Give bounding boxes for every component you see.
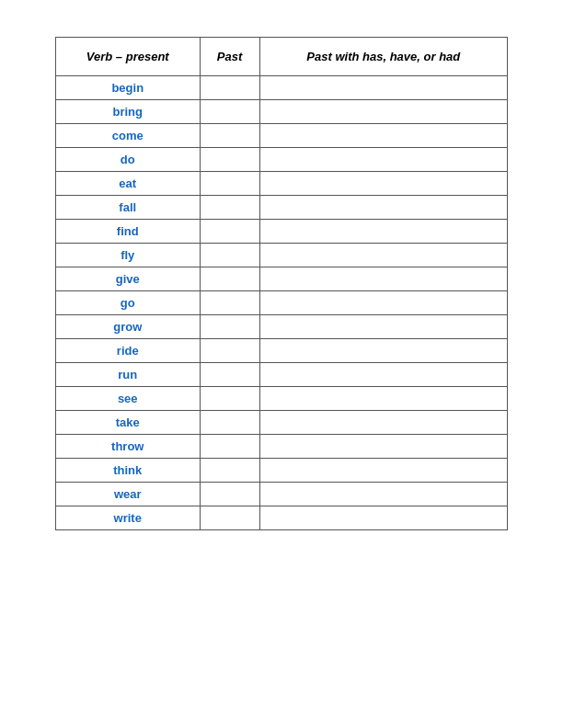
header-row: Verb – present Past Past with has, have,… bbox=[56, 38, 508, 76]
verb-present-cell: begin bbox=[56, 76, 201, 100]
past-with-has-cell[interactable] bbox=[259, 363, 507, 387]
table-row: do bbox=[56, 148, 508, 172]
worksheet-container: Verb – present Past Past with has, have,… bbox=[55, 37, 508, 530]
table-row: wear bbox=[56, 483, 508, 506]
past-tense-cell[interactable] bbox=[200, 244, 259, 267]
table-row: write bbox=[56, 506, 508, 530]
verb-present-cell: ride bbox=[56, 339, 201, 363]
past-tense-cell[interactable] bbox=[200, 315, 259, 339]
past-with-has-cell[interactable] bbox=[259, 411, 507, 435]
past-with-has-cell[interactable] bbox=[259, 483, 507, 506]
past-with-has-cell[interactable] bbox=[259, 148, 507, 172]
table-row: find bbox=[56, 220, 508, 244]
verb-present-cell: fly bbox=[56, 244, 201, 267]
table-row: bring bbox=[56, 100, 508, 124]
past-with-has-cell[interactable] bbox=[259, 100, 507, 124]
past-with-has-cell[interactable] bbox=[259, 506, 507, 530]
past-with-has-cell[interactable] bbox=[259, 339, 507, 363]
past-with-has-cell[interactable] bbox=[259, 387, 507, 411]
past-tense-cell[interactable] bbox=[200, 172, 259, 196]
past-with-has-cell[interactable] bbox=[259, 435, 507, 459]
verb-present-cell: write bbox=[56, 506, 201, 530]
verb-present-cell: go bbox=[56, 291, 201, 315]
past-tense-cell[interactable] bbox=[200, 411, 259, 435]
past-tense-cell[interactable] bbox=[200, 220, 259, 244]
past-with-has-cell[interactable] bbox=[259, 196, 507, 220]
verb-present-cell: find bbox=[56, 220, 201, 244]
header-past: Past bbox=[200, 38, 259, 76]
past-tense-cell[interactable] bbox=[200, 196, 259, 220]
past-tense-cell[interactable] bbox=[200, 387, 259, 411]
table-row: fly bbox=[56, 244, 508, 267]
table-row: fall bbox=[56, 196, 508, 220]
past-tense-cell[interactable] bbox=[200, 339, 259, 363]
past-with-has-cell[interactable] bbox=[259, 124, 507, 148]
verb-present-cell: fall bbox=[56, 196, 201, 220]
table-row: give bbox=[56, 267, 508, 291]
verb-present-cell: take bbox=[56, 411, 201, 435]
past-tense-cell[interactable] bbox=[200, 483, 259, 506]
verb-present-cell: come bbox=[56, 124, 201, 148]
verb-present-cell: run bbox=[56, 363, 201, 387]
verb-present-cell: wear bbox=[56, 483, 201, 506]
past-with-has-cell[interactable] bbox=[259, 267, 507, 291]
past-tense-cell[interactable] bbox=[200, 459, 259, 483]
table-row: eat bbox=[56, 172, 508, 196]
table-row: grow bbox=[56, 315, 508, 339]
table-row: throw bbox=[56, 435, 508, 459]
past-tense-cell[interactable] bbox=[200, 124, 259, 148]
past-with-has-cell[interactable] bbox=[259, 220, 507, 244]
verb-present-cell: throw bbox=[56, 435, 201, 459]
past-with-has-cell[interactable] bbox=[259, 244, 507, 267]
past-tense-cell[interactable] bbox=[200, 363, 259, 387]
header-past-with-has: Past with has, have, or had bbox=[259, 38, 507, 76]
past-tense-cell[interactable] bbox=[200, 267, 259, 291]
table-row: see bbox=[56, 387, 508, 411]
verb-present-cell: give bbox=[56, 267, 201, 291]
table-row: think bbox=[56, 459, 508, 483]
table-row: begin bbox=[56, 76, 508, 100]
past-with-has-cell[interactable] bbox=[259, 76, 507, 100]
table-row: go bbox=[56, 291, 508, 315]
past-tense-cell[interactable] bbox=[200, 76, 259, 100]
past-tense-cell[interactable] bbox=[200, 148, 259, 172]
verb-present-cell: do bbox=[56, 148, 201, 172]
verb-present-cell: see bbox=[56, 387, 201, 411]
past-with-has-cell[interactable] bbox=[259, 315, 507, 339]
past-with-has-cell[interactable] bbox=[259, 459, 507, 483]
table-row: run bbox=[56, 363, 508, 387]
past-tense-cell[interactable] bbox=[200, 506, 259, 530]
verb-table: Verb – present Past Past with has, have,… bbox=[55, 37, 508, 530]
verb-present-cell: grow bbox=[56, 315, 201, 339]
verb-present-cell: bring bbox=[56, 100, 201, 124]
table-row: take bbox=[56, 411, 508, 435]
past-with-has-cell[interactable] bbox=[259, 291, 507, 315]
header-verb-present: Verb – present bbox=[56, 38, 201, 76]
past-tense-cell[interactable] bbox=[200, 435, 259, 459]
table-row: ride bbox=[56, 339, 508, 363]
verb-present-cell: think bbox=[56, 459, 201, 483]
past-tense-cell[interactable] bbox=[200, 100, 259, 124]
past-with-has-cell[interactable] bbox=[259, 172, 507, 196]
verb-present-cell: eat bbox=[56, 172, 201, 196]
past-tense-cell[interactable] bbox=[200, 291, 259, 315]
table-row: come bbox=[56, 124, 508, 148]
